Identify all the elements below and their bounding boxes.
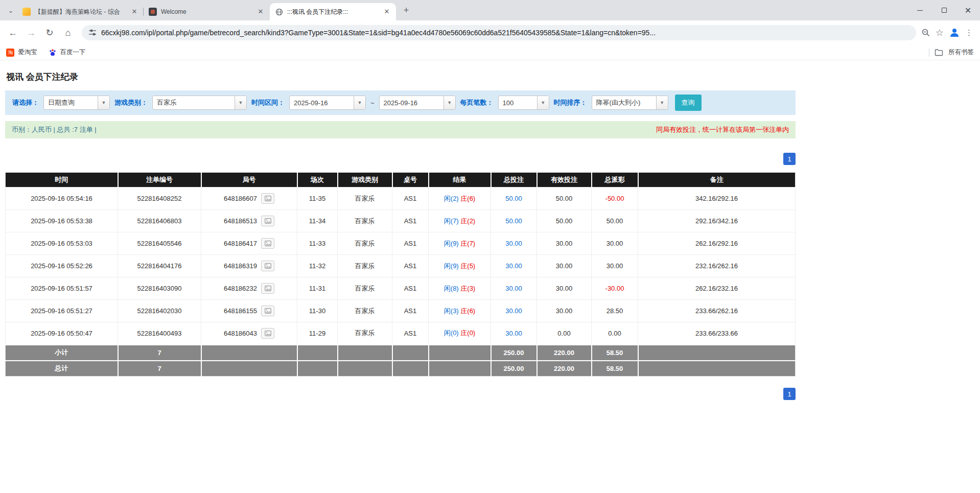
cell-payout: 30.00 <box>592 232 638 255</box>
all-bookmarks-label[interactable]: 所有书签 <box>948 48 974 57</box>
round-replay-icon[interactable] <box>261 216 274 226</box>
bookmark-star-icon[interactable]: ☆ <box>936 27 944 38</box>
cell-note: 262.16/292.16 <box>638 232 796 255</box>
table-footer: 小计 7 250.00 220.00 58.50 总计 7 250.00 220… <box>6 345 796 377</box>
date-from-select[interactable]: 2025-09-16 ▼ <box>289 96 366 110</box>
cell-bet-id: 522816404176 <box>118 255 201 277</box>
maximize-button[interactable] <box>932 0 956 20</box>
cell-result: 闲(2) 庄(6) <box>429 187 491 210</box>
page-1-button[interactable]: 1 <box>783 153 796 165</box>
query-type-select[interactable]: 日期查询 ▼ <box>43 96 110 110</box>
tab-close-icon[interactable]: ✕ <box>256 8 265 16</box>
tab-close-icon[interactable]: ✕ <box>130 8 138 16</box>
tab-forum[interactable]: 【新提醒】海燕策略论坛 - 综合 ✕ <box>17 3 144 20</box>
cell-valid-bet: 50.00 <box>537 210 592 232</box>
round-id: 648186232 <box>224 285 257 292</box>
cell-time: 2025-09-16 05:53:03 <box>6 232 118 255</box>
cell-payout: 30.00 <box>592 255 638 277</box>
menu-kebab-icon[interactable]: ⋮ <box>965 28 973 37</box>
game-type-select[interactable]: 百家乐 ▼ <box>152 96 247 110</box>
tab-close-icon[interactable]: ✕ <box>383 8 391 16</box>
cell-result: 闲(3) 庄(6) <box>429 300 491 322</box>
maximize-icon <box>942 8 947 13</box>
cell-round: 648186319 <box>201 255 297 277</box>
bookmark-taobao[interactable]: 淘 爱淘宝 <box>6 48 37 57</box>
home-icon[interactable]: ⌂ <box>59 24 77 41</box>
cell-valid-bet: 30.00 <box>537 300 592 322</box>
cell-game-type: 百家乐 <box>338 187 392 210</box>
cell-game-type: 百家乐 <box>338 277 392 300</box>
tab-welcome[interactable]: Welcome ✕ <box>144 3 270 20</box>
cell-payout: 0.00 <box>592 322 638 345</box>
sort-select[interactable]: 降幂(由大到小) ▼ <box>592 96 668 110</box>
tab-title: 【新提醒】海燕策略论坛 - 综合 <box>35 8 126 16</box>
cell-valid-bet: 50.00 <box>537 187 592 210</box>
address-bar[interactable]: 66cxkj98.com/ipl/portal.php/game/betreco… <box>82 25 916 40</box>
cell-note: 342.16/292.16 <box>638 187 796 210</box>
range-separator: ~ <box>370 99 375 107</box>
cell-session: 11-31 <box>297 277 338 300</box>
page-1-button[interactable]: 1 <box>783 388 796 400</box>
cell-game-type: 百家乐 <box>338 322 392 345</box>
cell-game-type: 百家乐 <box>338 255 392 277</box>
browser-toolbar: ← → ↻ ⌂ 66cxkj98.com/ipl/portal.php/game… <box>0 20 980 45</box>
round-replay-icon[interactable] <box>261 306 274 316</box>
cell-time: 2025-09-16 05:51:27 <box>6 300 118 322</box>
site-settings-icon[interactable] <box>88 29 97 37</box>
cell-table-no: AS1 <box>392 322 429 345</box>
cell-total-bet[interactable]: 30.00 <box>491 322 537 345</box>
result-banker: 庄(2) <box>460 217 475 225</box>
cell-total-bet[interactable]: 30.00 <box>491 232 537 255</box>
cell-result: 闲(8) 庄(3) <box>429 277 491 300</box>
currency-summary: 币别：人民币 | 总共 :7 注单 | <box>12 125 97 134</box>
total-row: 总计 7 250.00 220.00 58.50 <box>6 361 796 377</box>
cell-result: 闲(9) 庄(5) <box>429 255 491 277</box>
cell-game-type: 百家乐 <box>338 232 392 255</box>
cell-session: 11-34 <box>297 210 338 232</box>
cell-time: 2025-09-16 05:51:57 <box>6 277 118 300</box>
cell-time: 2025-09-16 05:53:38 <box>6 210 118 232</box>
per-page-select[interactable]: 100 ▼ <box>498 96 549 110</box>
profile-avatar-icon[interactable] <box>949 27 960 38</box>
back-icon[interactable]: ← <box>4 24 21 41</box>
reload-icon[interactable]: ↻ <box>41 24 58 41</box>
tab-bet-records[interactable]: :::视讯 会员下注纪录::: ✕ <box>270 3 396 20</box>
cell-session: 11-30 <box>297 300 338 322</box>
cell-session: 11-32 <box>297 255 338 277</box>
table-row: 2025-09-16 05:51:27 522816402030 6481861… <box>6 300 796 322</box>
header-total-bet: 总投注 <box>491 173 537 187</box>
cell-time: 2025-09-16 05:54:16 <box>6 187 118 210</box>
cell-total-bet[interactable]: 50.00 <box>491 187 537 210</box>
table-row: 2025-09-16 05:53:03 522816405546 6481864… <box>6 232 796 255</box>
cell-table-no: AS1 <box>392 300 429 322</box>
result-player: 闲(3) <box>444 307 459 315</box>
zoom-icon[interactable] <box>921 28 930 37</box>
date-to-select[interactable]: 2025-09-16 ▼ <box>379 96 456 110</box>
cell-total-bet[interactable]: 30.00 <box>491 277 537 300</box>
cell-total-bet[interactable]: 30.00 <box>491 300 537 322</box>
minimize-button[interactable] <box>908 0 932 20</box>
bookmark-baidu[interactable]: 百度一下 <box>49 48 86 57</box>
url-text[interactable]: 66cxkj98.com/ipl/portal.php/game/betreco… <box>101 29 656 37</box>
cell-round: 648186607 <box>201 187 297 210</box>
cell-game-type: 百家乐 <box>338 210 392 232</box>
round-replay-icon[interactable] <box>261 238 274 249</box>
round-id: 648186513 <box>224 217 257 225</box>
close-window-button[interactable]: ✕ <box>956 0 980 20</box>
cell-total-bet[interactable]: 50.00 <box>491 210 537 232</box>
forward-icon[interactable]: → <box>22 24 40 41</box>
baidu-icon <box>49 49 57 57</box>
minimize-icon <box>917 10 923 11</box>
cell-total-bet[interactable]: 30.00 <box>491 255 537 277</box>
summary-notice: 同局有效投注，统一计算在该局第一张注单内 <box>656 125 789 134</box>
result-player: 闲(8) <box>444 285 459 292</box>
search-button[interactable]: 查询 <box>675 95 702 111</box>
cell-valid-bet: 30.00 <box>537 255 592 277</box>
chevron-down-icon: ▼ <box>354 96 365 109</box>
round-replay-icon[interactable] <box>261 193 274 204</box>
round-replay-icon[interactable] <box>261 261 274 271</box>
round-replay-icon[interactable] <box>261 283 274 294</box>
round-replay-icon[interactable] <box>261 328 274 339</box>
tab-search-chevron-icon[interactable]: ⌄ <box>4 4 17 17</box>
new-tab-button[interactable]: + <box>399 3 413 17</box>
